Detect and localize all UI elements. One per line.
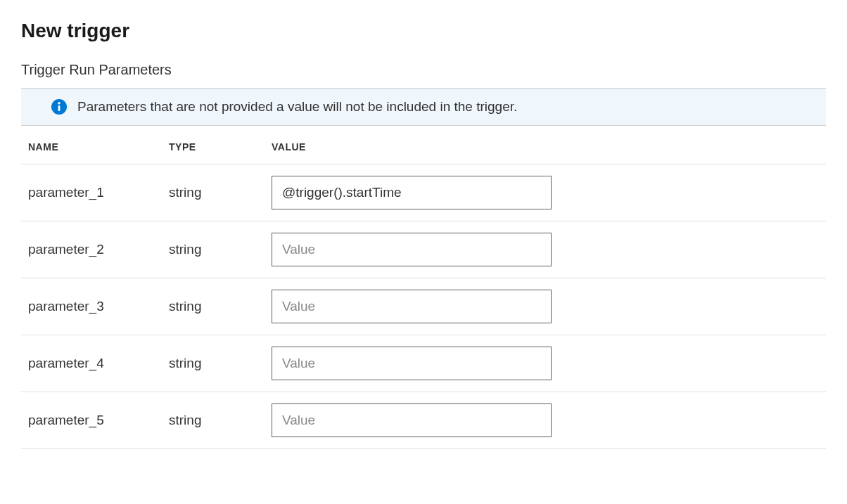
section-title: Trigger Run Parameters — [21, 62, 826, 78]
param-value-input[interactable] — [272, 403, 552, 437]
svg-rect-1 — [58, 105, 60, 111]
param-type: string — [169, 185, 272, 200]
param-value-input[interactable] — [272, 176, 552, 209]
table-row: parameter_5 string — [21, 392, 826, 449]
param-name: parameter_4 — [28, 356, 169, 371]
table-header: NAME TYPE VALUE — [21, 126, 826, 164]
param-type: string — [169, 242, 272, 257]
param-name: parameter_2 — [28, 242, 169, 257]
param-name: parameter_5 — [28, 413, 169, 428]
param-name: parameter_3 — [28, 299, 169, 314]
param-value-input[interactable] — [272, 233, 552, 266]
param-value-input[interactable] — [272, 347, 552, 380]
column-header-type: TYPE — [169, 141, 272, 153]
param-name: parameter_1 — [28, 185, 169, 200]
table-row: parameter_3 string — [21, 278, 826, 335]
info-icon — [51, 98, 68, 115]
param-value-input[interactable] — [272, 290, 552, 323]
info-banner-text: Parameters that are not provided a value… — [77, 99, 517, 115]
param-type: string — [169, 356, 272, 371]
table-row: parameter_1 string — [21, 164, 826, 221]
param-type: string — [169, 299, 272, 314]
table-row: parameter_2 string — [21, 221, 826, 278]
param-type: string — [169, 413, 272, 428]
page-title: New trigger — [21, 20, 826, 42]
column-header-value: VALUE — [272, 141, 819, 153]
table-row: parameter_4 string — [21, 335, 826, 392]
info-banner: Parameters that are not provided a value… — [21, 88, 826, 126]
column-header-name: NAME — [28, 141, 169, 153]
svg-point-2 — [58, 102, 60, 104]
